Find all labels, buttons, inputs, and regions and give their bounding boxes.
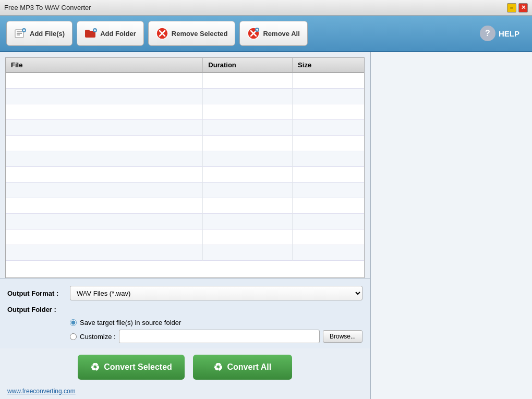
table-row[interactable]: [6, 229, 364, 245]
convert-all-label: Convert All: [227, 362, 271, 372]
help-icon: ?: [480, 26, 495, 41]
customize-path-input[interactable]: [119, 330, 320, 343]
file-table-body: [6, 72, 364, 260]
add-files-button[interactable]: Add File(s): [6, 21, 72, 46]
main-content: File Duration Size: [0, 52, 532, 399]
save-source-radio[interactable]: [70, 319, 77, 326]
convert-all-icon: ♻: [213, 361, 223, 373]
help-label: HELP: [499, 29, 519, 38]
col-header-duration: Duration: [203, 58, 293, 72]
customize-radio[interactable]: [70, 333, 77, 340]
output-folder-label: Output Folder :: [7, 306, 70, 313]
col-header-size: Size: [293, 58, 364, 72]
svg-rect-8: [85, 30, 90, 32]
format-row: Output Format : WAV Files (*.wav)MP3 Fil…: [7, 286, 362, 300]
right-panel: [370, 52, 532, 399]
table-row[interactable]: [6, 213, 364, 229]
remove-selected-button[interactable]: Remove Selected: [148, 21, 236, 46]
close-button[interactable]: ✕: [518, 3, 528, 13]
left-panel: File Duration Size: [0, 52, 370, 399]
table-row[interactable]: [6, 119, 364, 135]
minimize-button[interactable]: −: [507, 3, 516, 13]
footer: www.freeconverting.com: [0, 385, 370, 399]
col-header-file: File: [6, 58, 203, 72]
convert-selected-icon: ♻: [90, 361, 100, 373]
table-row[interactable]: [6, 182, 364, 198]
save-source-row: Save target file(s) in source folder: [70, 319, 362, 327]
toolbar: Add File(s) Add Folder Remove Selected: [0, 16, 532, 52]
table-row[interactable]: [6, 245, 364, 260]
table-row[interactable]: [6, 72, 364, 88]
table-row[interactable]: [6, 135, 364, 151]
app-title: Free MP3 To WAV Converter: [4, 4, 91, 11]
remove-all-label: Remove All: [263, 30, 299, 38]
add-folder-label: Add Folder: [100, 30, 136, 38]
table-row[interactable]: [6, 198, 364, 213]
customize-row: Customize : Browse...: [70, 330, 362, 343]
table-row[interactable]: [6, 104, 364, 119]
remove-all-icon: [247, 27, 260, 40]
convert-buttons-row: ♻ Convert Selected ♻ Convert All: [0, 348, 370, 385]
table-row[interactable]: [6, 151, 364, 166]
add-folder-icon: [84, 27, 97, 40]
convert-all-button[interactable]: ♻ Convert All: [193, 355, 292, 380]
add-folder-button[interactable]: Add Folder: [77, 21, 144, 46]
folder-row: Output Folder :: [7, 306, 362, 313]
file-table-container: File Duration Size: [5, 57, 365, 278]
browse-button[interactable]: Browse...: [323, 330, 362, 343]
remove-selected-icon: [156, 27, 168, 40]
title-buttons: − ✕: [507, 3, 528, 13]
add-files-icon: [14, 27, 27, 40]
remove-all-button[interactable]: Remove All: [239, 21, 307, 46]
table-row[interactable]: [6, 166, 364, 182]
convert-selected-button[interactable]: ♻ Convert Selected: [78, 355, 185, 380]
output-format-label: Output Format :: [7, 289, 70, 297]
remove-selected-label: Remove Selected: [172, 30, 228, 38]
table-row[interactable]: [6, 88, 364, 104]
convert-selected-label: Convert Selected: [104, 362, 172, 372]
add-files-label: Add File(s): [30, 30, 65, 38]
format-select[interactable]: WAV Files (*.wav)MP3 Files (*.mp3): [70, 286, 362, 300]
file-table: File Duration Size: [6, 58, 364, 261]
bottom-options: Output Format : WAV Files (*.wav)MP3 Fil…: [0, 278, 370, 348]
customize-label: Customize :: [80, 333, 116, 341]
footer-link[interactable]: www.freeconverting.com: [7, 388, 76, 395]
help-button[interactable]: ? HELP: [474, 21, 526, 45]
title-bar: Free MP3 To WAV Converter − ✕: [0, 0, 532, 16]
save-source-label: Save target file(s) in source folder: [80, 319, 181, 327]
